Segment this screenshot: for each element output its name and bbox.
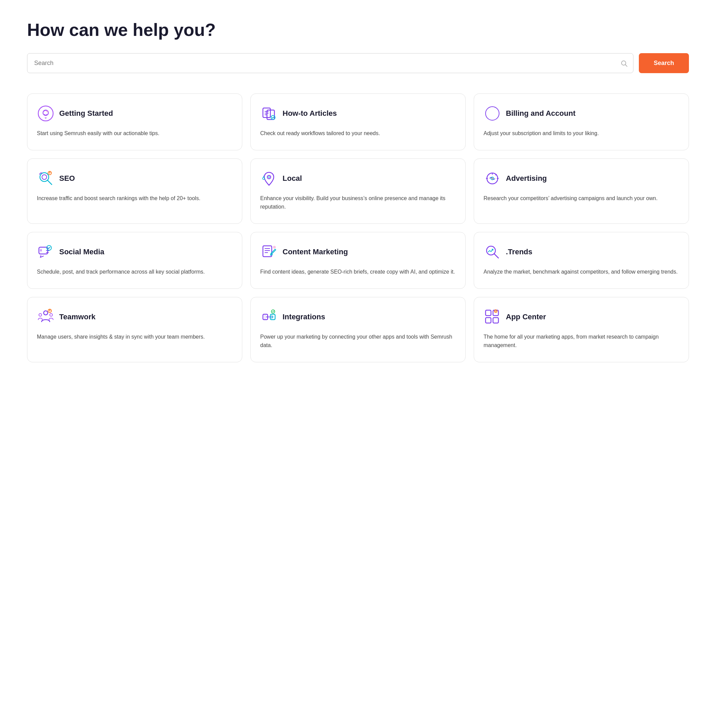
card-header-billing-and-account: Billing and Account (484, 105, 679, 122)
card-title-seo: SEO (59, 174, 75, 183)
svg-point-22 (492, 178, 493, 179)
card-description-integrations: Power up your marketing by connecting yo… (260, 333, 456, 350)
svg-point-31 (39, 313, 42, 316)
card-description-teamwork: Manage users, share insights & stay in s… (37, 333, 232, 341)
teamwork-icon (37, 308, 55, 326)
card-header-how-to-articles: How-to Articles (260, 105, 456, 122)
cards-grid: Getting Started Start using Semrush easi… (27, 93, 689, 362)
card-description-billing-and-account: Adjust your subscription and limits to y… (484, 129, 679, 138)
local-icon (260, 170, 278, 187)
svg-line-29 (494, 254, 498, 258)
card-description-local: Enhance your visibility. Build your busi… (260, 194, 456, 211)
card-title-advertising: Advertising (506, 174, 547, 183)
card-title-local: Local (282, 174, 302, 183)
card-header-trends: .Trends (484, 243, 679, 261)
card-local[interactable]: Local Enhance your visibility. Build you… (250, 158, 466, 224)
card-integrations[interactable]: Integrations Power up your marketing by … (250, 297, 466, 362)
billing-account-icon (484, 105, 501, 122)
search-button[interactable]: Search (639, 53, 689, 73)
svg-line-10 (47, 180, 52, 184)
card-title-app-center: App Center (506, 313, 546, 321)
card-app-center[interactable]: App Center The home for all your marketi… (474, 297, 689, 362)
card-social-media[interactable]: Social Media Schedule, post, and track p… (27, 232, 242, 289)
svg-rect-39 (485, 318, 491, 323)
integrations-icon (260, 308, 278, 326)
card-billing-and-account[interactable]: Billing and Account Adjust your subscrip… (474, 93, 689, 150)
card-header-teamwork: Teamwork (37, 308, 232, 326)
svg-point-14 (268, 176, 270, 178)
svg-line-1 (625, 65, 627, 66)
content-marketing-icon (260, 243, 278, 261)
card-header-integrations: Integrations (260, 308, 456, 326)
social-media-icon (37, 243, 55, 261)
card-title-integrations: Integrations (282, 313, 325, 321)
search-input-wrapper (27, 53, 633, 73)
card-title-billing-and-account: Billing and Account (506, 109, 576, 118)
svg-point-32 (50, 313, 52, 316)
card-description-app-center: The home for all your marketing apps, fr… (484, 333, 679, 350)
svg-point-30 (44, 311, 48, 315)
card-header-social-media: Social Media (37, 243, 232, 261)
seo-icon (37, 170, 55, 187)
advertising-icon (484, 170, 501, 187)
card-seo[interactable]: SEO Increase traffic and boost search ra… (27, 158, 242, 224)
search-icon (620, 59, 628, 67)
search-area: Search (27, 53, 689, 73)
card-getting-started[interactable]: Getting Started Start using Semrush easi… (27, 93, 242, 150)
card-title-teamwork: Teamwork (59, 313, 96, 321)
card-description-trends: Analyze the market, benchmark against co… (484, 267, 679, 276)
svg-point-4 (46, 111, 48, 112)
card-trends[interactable]: .Trends Analyze the market, benchmark ag… (474, 232, 689, 289)
page-title: How can we help you? (27, 20, 689, 40)
card-header-content-marketing: Content Marketing (260, 243, 456, 261)
svg-point-11 (42, 175, 47, 179)
card-header-advertising: Advertising (484, 170, 679, 187)
card-title-social-media: Social Media (59, 248, 104, 256)
card-header-local: Local (260, 170, 456, 187)
card-teamwork[interactable]: Teamwork Manage users, share insights & … (27, 297, 242, 362)
card-header-getting-started: Getting Started (37, 105, 232, 122)
card-content-marketing[interactable]: Content Marketing Find content ideas, ge… (250, 232, 466, 289)
svg-rect-37 (485, 310, 491, 316)
card-advertising[interactable]: Advertising Research your competitors’ a… (474, 158, 689, 224)
search-input[interactable] (27, 53, 633, 73)
getting-started-icon (37, 105, 55, 122)
card-header-app-center: App Center (484, 308, 679, 326)
card-description-advertising: Research your competitors’ advertising c… (484, 194, 679, 203)
card-title-how-to-articles: How-to Articles (282, 109, 337, 118)
svg-point-8 (485, 107, 499, 120)
app-center-icon (484, 308, 501, 326)
card-description-content-marketing: Find content ideas, generate SEO-rich br… (260, 267, 456, 276)
svg-point-2 (38, 106, 53, 121)
card-description-how-to-articles: Check out ready workflows tailored to yo… (260, 129, 456, 138)
card-how-to-articles[interactable]: How-to Articles Check out ready workflow… (250, 93, 466, 150)
card-header-seo: SEO (37, 170, 232, 187)
how-to-articles-icon (260, 105, 278, 122)
trends-icon (484, 243, 501, 261)
card-title-trends: .Trends (506, 248, 532, 256)
svg-point-27 (273, 246, 276, 249)
svg-rect-40 (493, 318, 498, 323)
card-title-content-marketing: Content Marketing (282, 248, 348, 256)
card-description-seo: Increase traffic and boost search rankin… (37, 194, 232, 203)
card-description-social-media: Schedule, post, and track performance ac… (37, 267, 232, 276)
card-description-getting-started: Start using Semrush easily with our acti… (37, 129, 232, 138)
card-title-getting-started: Getting Started (59, 109, 113, 118)
